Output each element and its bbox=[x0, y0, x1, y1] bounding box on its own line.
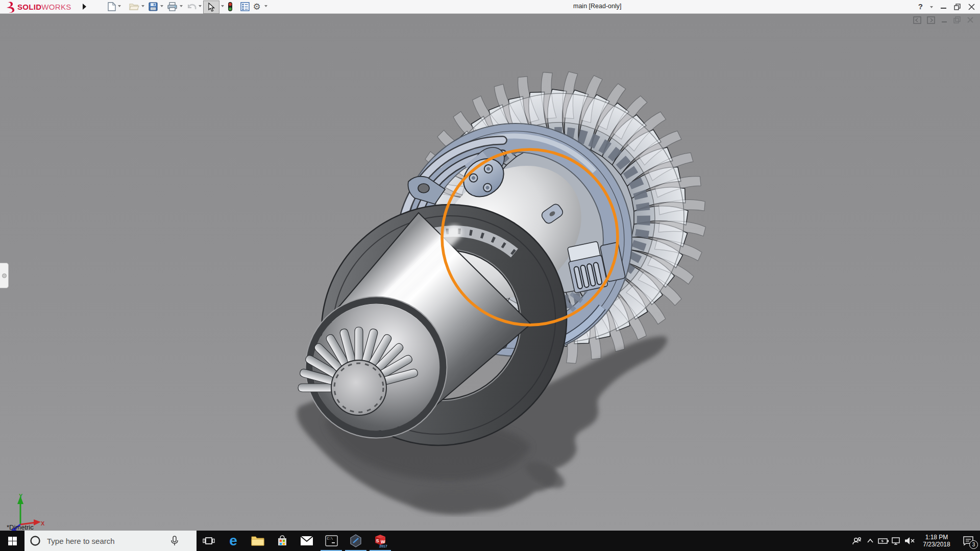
save-icon[interactable] bbox=[148, 1, 159, 12]
titlebar: SOLIDWORKS ⚙ main [Read-only] ? bbox=[0, 0, 980, 14]
minimize-button[interactable] bbox=[940, 4, 947, 10]
display-pane-icon[interactable] bbox=[239, 1, 251, 12]
solidworks-2017-icon[interactable]: S W 2017 bbox=[368, 531, 393, 551]
menu-flyout-arrow[interactable] bbox=[81, 2, 88, 12]
battery-icon[interactable] bbox=[877, 531, 890, 551]
new-document-icon[interactable] bbox=[106, 1, 117, 12]
taskbar-search[interactable] bbox=[24, 531, 197, 551]
undo-icon[interactable] bbox=[186, 1, 197, 12]
open-icon[interactable] bbox=[129, 1, 140, 12]
pane-right-icon[interactable] bbox=[927, 16, 935, 24]
options-gear-icon[interactable]: ⚙ bbox=[251, 1, 262, 12]
print-icon[interactable] bbox=[166, 1, 178, 12]
restore-button[interactable] bbox=[954, 4, 961, 10]
windows-taskbar: e C:\ S W 2017 bbox=[0, 531, 980, 551]
start-button[interactable] bbox=[0, 531, 24, 551]
help-button[interactable]: ? bbox=[918, 0, 923, 13]
brand-works: WORKS bbox=[41, 3, 71, 11]
brand-solid: SOLID bbox=[17, 3, 41, 11]
action-center-icon[interactable]: 3 bbox=[957, 531, 980, 551]
model-viewport[interactable] bbox=[0, 13, 980, 531]
window-title: main [Read-only] bbox=[573, 3, 622, 10]
save-dropdown-caret[interactable] bbox=[160, 5, 163, 7]
shaft-hub bbox=[331, 360, 386, 415]
people-icon[interactable] bbox=[850, 531, 864, 551]
microsoft-store-icon[interactable] bbox=[270, 531, 295, 551]
minimize-icon[interactable] bbox=[941, 16, 948, 24]
open-dropdown-caret[interactable] bbox=[141, 5, 144, 7]
svg-text:S: S bbox=[376, 538, 379, 543]
svg-text:W: W bbox=[381, 539, 385, 544]
restore-icon[interactable] bbox=[953, 16, 961, 24]
solidworks-logo: SOLIDWORKS bbox=[0, 0, 71, 13]
help-dropdown-caret[interactable] bbox=[930, 6, 933, 8]
system-tray: 1:18 PM 7/23/2018 3 bbox=[850, 531, 980, 551]
edge-browser-icon[interactable]: e bbox=[221, 531, 246, 551]
hexagon-app-icon[interactable] bbox=[344, 531, 368, 551]
triad-x-label: X bbox=[41, 520, 45, 527]
command-prompt-icon[interactable]: C:\ bbox=[319, 531, 344, 551]
notification-badge: 3 bbox=[969, 540, 978, 549]
taskbar-clock[interactable]: 1:18 PM 7/23/2018 bbox=[917, 534, 957, 548]
file-explorer-icon[interactable] bbox=[246, 531, 270, 551]
new-dropdown-caret[interactable] bbox=[118, 5, 121, 7]
pane-left-icon[interactable] bbox=[913, 16, 921, 24]
svg-text:2017: 2017 bbox=[379, 544, 387, 548]
view-orientation-label: *Dimetric bbox=[7, 523, 34, 531]
volume-muted-icon[interactable] bbox=[903, 531, 917, 551]
svg-text:C:\: C:\ bbox=[327, 537, 333, 541]
triad-y-label: Y bbox=[19, 493, 23, 499]
microphone-icon[interactable] bbox=[170, 535, 179, 546]
clock-time: 1:18 PM bbox=[919, 534, 954, 541]
options-dropdown-caret[interactable] bbox=[264, 5, 267, 7]
mail-icon[interactable] bbox=[295, 531, 319, 551]
close-button[interactable] bbox=[968, 4, 975, 10]
select-dropdown-caret[interactable] bbox=[221, 5, 224, 7]
appearance-traffic-light-icon[interactable] bbox=[225, 1, 236, 12]
cortana-icon bbox=[30, 535, 41, 546]
select-cursor-icon[interactable] bbox=[203, 1, 219, 14]
task-view-button[interactable] bbox=[197, 531, 221, 551]
search-input[interactable] bbox=[46, 536, 165, 546]
chevron-up-icon[interactable] bbox=[864, 531, 877, 551]
clock-date: 7/23/2018 bbox=[919, 541, 954, 548]
network-icon[interactable] bbox=[890, 531, 903, 551]
feature-tree-flyout-tab[interactable] bbox=[0, 263, 9, 288]
print-dropdown-caret[interactable] bbox=[180, 5, 183, 7]
close-icon[interactable] bbox=[967, 16, 974, 24]
undo-dropdown-caret[interactable] bbox=[199, 5, 202, 7]
document-window-controls bbox=[913, 16, 974, 24]
dassault-3ds-mark bbox=[4, 0, 17, 13]
graphics-area[interactable]: Y X *Dimetric bbox=[0, 13, 980, 531]
